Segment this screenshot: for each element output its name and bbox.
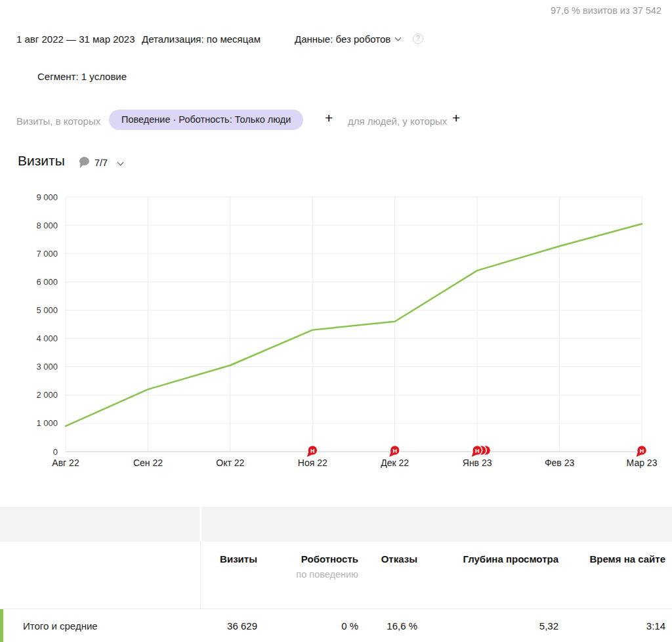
people-filter-label: для людей, у которых <box>348 116 447 127</box>
x-axis-label: Дек 22 <box>381 458 409 468</box>
chart-title: Визиты <box>18 153 65 169</box>
table-band-divider <box>200 507 201 542</box>
annotation-letter: Н <box>392 448 397 454</box>
metrica-report-screen: 97,6 % визитов из 37 542 1 авг 2022 — 31… <box>0 0 672 642</box>
y-axis-label: 4 000 <box>36 333 58 343</box>
x-axis-label: Мар 23 <box>627 458 658 468</box>
y-axis-label: 6 000 <box>36 277 58 287</box>
column-header-page-depth[interactable]: Глубина просмотра <box>417 553 558 580</box>
total-time-on-site-value: 3:14 <box>558 620 665 631</box>
y-axis-label: 3 000 <box>36 362 58 372</box>
y-axis-label: 7 000 <box>36 249 58 259</box>
column-header-time-on-site[interactable]: Время на сайте <box>558 553 665 580</box>
annotation-letter: Н <box>475 448 480 454</box>
add-people-condition-button[interactable]: + <box>452 111 460 125</box>
add-visit-condition-button[interactable]: + <box>325 111 333 125</box>
column-subheader-by-behavior: по поведению <box>257 569 358 580</box>
column-header-robotness[interactable]: Роботностьпо поведению <box>257 553 358 580</box>
x-axis-label: Ноя 22 <box>298 458 327 468</box>
sampling-summary: 97,6 % визитов из 37 542 <box>551 5 662 16</box>
total-visits-value: 36 629 <box>200 620 257 631</box>
table-header-spacer <box>0 553 200 580</box>
y-axis-label: 8 000 <box>36 221 58 230</box>
annotation-letter: Н <box>640 448 644 454</box>
y-axis-label: 0 <box>53 447 58 457</box>
table-header-band <box>0 507 672 542</box>
x-axis-label: Сен 22 <box>133 458 163 468</box>
table-total-row[interactable]: Итого и средние 36 629 0 % 16,6 % 5,32 3… <box>0 609 672 642</box>
help-icon[interactable]: ? <box>413 33 423 44</box>
visits-series-line <box>66 224 642 426</box>
x-axis-label: Янв 23 <box>463 458 492 468</box>
segment-condition-pill[interactable]: Поведение · Роботность: Только люди <box>109 110 303 130</box>
x-axis-label: Фев 23 <box>545 458 575 468</box>
total-page-depth-value: 5,32 <box>417 620 558 631</box>
x-axis-label: Авг 22 <box>52 458 79 468</box>
x-axis-label: Окт 22 <box>216 458 244 468</box>
chevron-down-icon[interactable] <box>117 160 124 166</box>
total-row-label: Итого и средние <box>0 620 200 631</box>
segment-control[interactable]: Сегмент: 1 условие <box>37 71 127 82</box>
chevron-down-icon <box>395 35 402 41</box>
total-bounces-value: 16,6 % <box>358 620 417 631</box>
table-column-headers: Визиты Роботностьпо поведению Отказы Глу… <box>0 553 672 580</box>
y-axis-label: 1 000 <box>36 418 58 428</box>
total-robotness-value: 0 % <box>257 620 358 631</box>
visits-line-chart[interactable]: 01 0002 0003 0004 0005 0006 0007 0008 00… <box>0 190 672 479</box>
comments-count[interactable]: 7/7 <box>94 158 108 168</box>
detalization-control[interactable]: Детализация: по месяцам <box>142 33 261 45</box>
y-axis-label: 9 000 <box>36 192 58 202</box>
data-mode-label: Данные: без роботов <box>295 33 390 45</box>
column-header-bounces[interactable]: Отказы <box>358 553 417 580</box>
annotation-letter: Н <box>310 448 315 454</box>
comment-bubble-icon[interactable] <box>79 157 89 165</box>
y-axis-label: 2 000 <box>36 390 58 400</box>
visits-filter-label: Визиты, в которых <box>16 116 100 127</box>
column-header-visits[interactable]: Визиты <box>200 553 257 580</box>
y-axis-label: 5 000 <box>36 305 58 315</box>
date-range-control[interactable]: 1 авг 2022 — 31 мар 2023 <box>16 33 135 45</box>
data-mode-dropdown[interactable]: Данные: без роботов <box>295 33 400 45</box>
